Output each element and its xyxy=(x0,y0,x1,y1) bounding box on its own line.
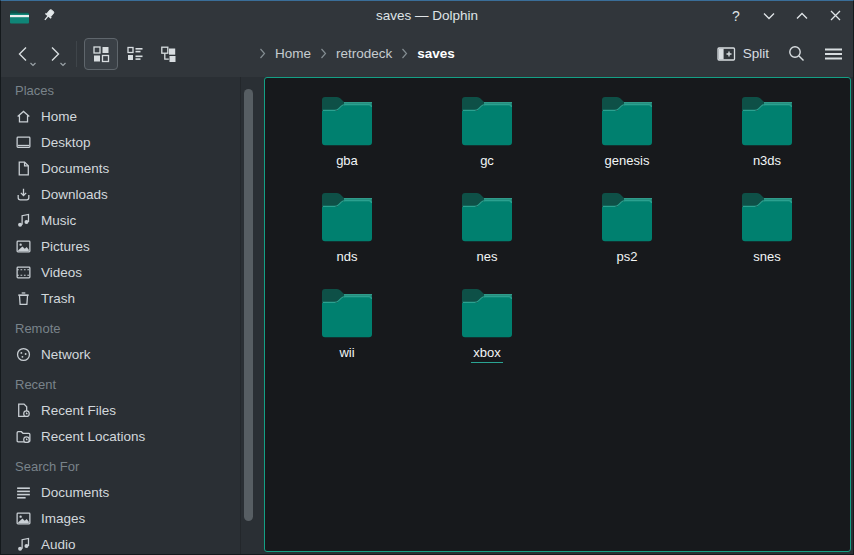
chevron-right-icon xyxy=(401,48,408,59)
folder-item-gba[interactable]: gba xyxy=(277,94,417,190)
folder-label: gba xyxy=(334,153,360,171)
folder-icon xyxy=(319,94,375,148)
sidebar-item-label: Recent Files xyxy=(41,403,116,418)
remote-section: Remote Network xyxy=(1,315,264,367)
sidebar-item-label: Home xyxy=(41,109,77,124)
sidebar-item-label: Images xyxy=(41,511,85,526)
desktop-icon xyxy=(15,134,32,151)
folder-icon xyxy=(319,286,375,340)
sidebar-item-label: Pictures xyxy=(41,239,90,254)
sidebar-item-documents[interactable]: Documents xyxy=(1,155,264,181)
titlebar[interactable]: saves — Dolphin ? xyxy=(1,1,853,30)
folder-item-genesis[interactable]: genesis xyxy=(557,94,697,190)
breadcrumb-home[interactable]: Home xyxy=(275,46,311,61)
sidebar-item-home[interactable]: Home xyxy=(1,103,264,129)
sidebar-item-music[interactable]: Music xyxy=(1,207,264,233)
minimize-button[interactable] xyxy=(761,8,777,24)
sidebar-item-label: Network xyxy=(41,347,91,362)
sidebar-scrollbar[interactable] xyxy=(244,89,253,521)
icons-view-button[interactable] xyxy=(84,38,118,70)
sidebar-item-search-documents[interactable]: Documents xyxy=(1,479,264,505)
sidebar-item-trash[interactable]: Trash xyxy=(1,285,264,311)
folder-grid: gba gc genesis n3ds nds xyxy=(265,78,850,382)
folder-label: nds xyxy=(335,249,360,267)
close-button[interactable] xyxy=(827,8,843,24)
folder-icon xyxy=(459,286,515,340)
sidebar-item-search-audio[interactable]: Audio xyxy=(1,531,264,554)
sidebar-item-label: Documents xyxy=(41,161,109,176)
folder-label: xbox xyxy=(471,345,502,363)
split-button[interactable]: Split xyxy=(717,46,769,62)
sidebar-item-network[interactable]: Network xyxy=(1,341,264,367)
sidebar-item-label: Trash xyxy=(41,291,75,306)
sidebar-item-label: Documents xyxy=(41,485,109,500)
sidebar-item-recent-files[interactable]: Recent Files xyxy=(1,397,264,423)
section-title-recent: Recent xyxy=(1,371,264,397)
folder-icon xyxy=(459,190,515,244)
sidebar-item-desktop[interactable]: Desktop xyxy=(1,129,264,155)
recent-section: Recent Recent Files Recent Locations xyxy=(1,371,264,449)
sidebar-item-search-images[interactable]: Images xyxy=(1,505,264,531)
image-icon xyxy=(15,238,32,255)
toolbar: Home retrodeck saves Split xyxy=(1,30,853,77)
breadcrumb-retrodeck[interactable]: retrodeck xyxy=(336,46,392,61)
folder-item-snes[interactable]: snes xyxy=(697,190,837,286)
search-icon xyxy=(787,44,806,63)
recent-folder-icon xyxy=(15,428,32,445)
folder-label: ps2 xyxy=(615,249,640,267)
folder-label: nes xyxy=(475,249,500,267)
video-icon xyxy=(15,264,32,281)
folder-label: gc xyxy=(478,153,496,171)
folder-item-gc[interactable]: gc xyxy=(417,94,557,190)
folder-icon xyxy=(739,190,795,244)
sidebar-item-label: Videos xyxy=(41,265,82,280)
network-icon xyxy=(15,346,32,363)
folder-item-xbox[interactable]: xbox xyxy=(417,286,557,382)
folder-item-ps2[interactable]: ps2 xyxy=(557,190,697,286)
home-icon xyxy=(15,108,32,125)
search-button[interactable] xyxy=(787,44,806,63)
folder-icon xyxy=(459,94,515,148)
folder-item-nes[interactable]: nes xyxy=(417,190,557,286)
breadcrumb-current[interactable]: saves xyxy=(417,46,455,61)
icons-view-icon xyxy=(92,45,110,63)
forward-button[interactable] xyxy=(39,38,69,70)
folder-label: n3ds xyxy=(751,153,783,171)
maximize-button[interactable] xyxy=(794,8,810,24)
toolbar-separator xyxy=(76,41,77,67)
section-title-remote: Remote xyxy=(1,315,264,341)
folder-view[interactable]: gba gc genesis n3ds nds xyxy=(264,77,851,552)
folder-item-n3ds[interactable]: n3ds xyxy=(697,94,837,190)
folder-icon xyxy=(599,94,655,148)
split-button-label: Split xyxy=(743,46,769,61)
sidebar-item-pictures[interactable]: Pictures xyxy=(1,233,264,259)
sidebar-item-label: Recent Locations xyxy=(41,429,145,444)
sidebar-item-label: Desktop xyxy=(41,135,91,150)
sidebar-groove xyxy=(240,77,241,554)
folder-label: genesis xyxy=(603,153,652,171)
folder-icon xyxy=(599,190,655,244)
back-button[interactable] xyxy=(9,38,39,70)
pin-icon[interactable] xyxy=(41,8,56,23)
folder-icon xyxy=(319,190,375,244)
trash-icon xyxy=(15,290,32,307)
download-icon xyxy=(15,186,32,203)
dolphin-app-icon xyxy=(9,8,29,24)
sidebar-item-recent-locations[interactable]: Recent Locations xyxy=(1,423,264,449)
help-button[interactable]: ? xyxy=(728,8,744,24)
document-icon xyxy=(15,160,32,177)
forward-history-caret-icon xyxy=(59,62,67,67)
sidebar-item-label: Downloads xyxy=(41,187,108,202)
details-tree-view-button[interactable] xyxy=(152,38,186,70)
compact-view-button[interactable] xyxy=(118,38,152,70)
image-icon xyxy=(15,510,32,527)
sidebar-item-label: Audio xyxy=(41,537,76,552)
folder-item-wii[interactable]: wii xyxy=(277,286,417,382)
sidebar-item-videos[interactable]: Videos xyxy=(1,259,264,285)
folder-label: wii xyxy=(337,345,356,363)
menu-button[interactable] xyxy=(824,46,843,62)
folder-item-nds[interactable]: nds xyxy=(277,190,417,286)
sidebar-item-downloads[interactable]: Downloads xyxy=(1,181,264,207)
recent-file-icon xyxy=(15,402,32,419)
section-title-search-for: Search For xyxy=(1,453,264,479)
